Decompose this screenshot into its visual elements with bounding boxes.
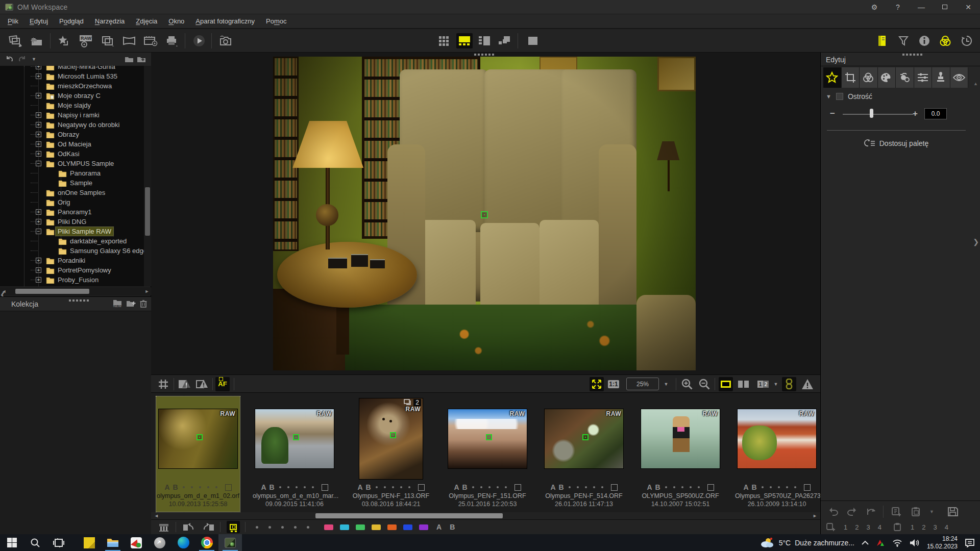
- filmstrip-item[interactable]: RAWABolympus_om_d_e_m10_mar...09.09.2015…: [253, 396, 336, 512]
- rating-dot[interactable]: [480, 486, 482, 488]
- ab-filters[interactable]: AB: [428, 523, 455, 531]
- expand-icon[interactable]: +: [36, 93, 41, 98]
- search-button[interactable]: [23, 534, 47, 551]
- rating-filter-dot[interactable]: [256, 526, 258, 529]
- version-letter-a[interactable]: A: [164, 483, 169, 491]
- version-letter-b[interactable]: B: [366, 483, 371, 491]
- paste-settings-icon[interactable]: [910, 507, 922, 517]
- select-checkbox[interactable]: [707, 484, 714, 491]
- rating-star-icon[interactable]: [55, 32, 74, 49]
- start-button[interactable]: [0, 534, 23, 551]
- filter-funnel-icon[interactable]: [894, 32, 913, 49]
- chrome-icon[interactable]: [195, 534, 218, 551]
- rating-filter-dot[interactable]: [281, 526, 284, 529]
- main-photo[interactable]: [273, 57, 696, 370]
- tab-color-palette[interactable]: [878, 67, 896, 88]
- fit-to-window-button[interactable]: [590, 377, 604, 391]
- rotate-right-icon[interactable]: [202, 521, 215, 533]
- close-button[interactable]: ✕: [957, 0, 980, 14]
- rating-dot[interactable]: [488, 486, 491, 488]
- version-letter-b[interactable]: B: [173, 483, 178, 491]
- select-checkbox[interactable]: [611, 484, 618, 491]
- info-icon[interactable]: [915, 32, 934, 49]
- select-checkbox[interactable]: [804, 484, 811, 491]
- filmstrip-scrollbar[interactable]: ◄ ►: [151, 512, 820, 519]
- sharpness-value[interactable]: 0.0: [924, 108, 947, 119]
- history-icon[interactable]: [958, 32, 976, 49]
- menu-aparat-fotograficzny[interactable]: Aparat fotograficzny: [190, 14, 260, 28]
- version-letter-a[interactable]: A: [550, 483, 555, 491]
- forward-icon[interactable]: [18, 56, 27, 63]
- rating-dot[interactable]: [673, 486, 675, 488]
- color-chip[interactable]: [356, 524, 365, 530]
- backup-tool-icon[interactable]: [148, 534, 172, 551]
- rating-dot[interactable]: [577, 486, 579, 488]
- wifi-icon[interactable]: [892, 539, 902, 547]
- filmstrip-item[interactable]: RAWABOlympus_SP570UZ_PA26273...26.10.200…: [735, 396, 819, 512]
- rating-dot[interactable]: [497, 486, 499, 488]
- warning-icon[interactable]: [800, 377, 815, 391]
- panel-drag-handle[interactable]: [902, 54, 922, 56]
- decrease-icon[interactable]: −: [830, 109, 835, 119]
- tree-item-orig[interactable]: Orig: [0, 197, 144, 207]
- redo-icon[interactable]: [846, 507, 857, 516]
- tree-item-samsung-galaxy-s6-edge-pl[interactable]: Samsung Galaxy S6 edge_pl: [0, 246, 144, 256]
- thumbnail-rating-row[interactable]: AB: [639, 482, 722, 492]
- duplicate-icon[interactable]: [99, 32, 117, 49]
- file-explorer-icon[interactable]: [101, 534, 125, 551]
- copy-settings-icon[interactable]: [891, 507, 903, 517]
- actual-size-button[interactable]: 1:1: [606, 377, 621, 391]
- om-workspace-taskbar-icon[interactable]: [218, 534, 242, 551]
- select-checkbox[interactable]: [322, 484, 328, 491]
- rating-dot[interactable]: [778, 486, 780, 488]
- rating-filter-dot[interactable]: [268, 526, 271, 529]
- gpu-tray-icon[interactable]: [876, 539, 885, 547]
- history-dropdown-icon[interactable]: ▼: [32, 57, 36, 62]
- expand-panel-icon[interactable]: ❯: [973, 238, 979, 246]
- sharpness-checkbox[interactable]: [836, 93, 843, 100]
- link-views-button[interactable]: [782, 377, 796, 391]
- rating-dot[interactable]: [698, 486, 700, 488]
- task-view-button[interactable]: [47, 534, 70, 551]
- minimize-button[interactable]: —: [910, 0, 933, 14]
- select-checkbox[interactable]: [225, 484, 232, 491]
- version-letter-a[interactable]: A: [454, 483, 459, 491]
- rating-dot[interactable]: [287, 486, 289, 488]
- notifications-icon[interactable]: [965, 538, 975, 547]
- af-thumbnail-toggle[interactable]: [227, 521, 240, 533]
- tab-favorites-star[interactable]: [823, 67, 842, 88]
- tree-item-odkasi[interactable]: +OdKasi: [0, 149, 144, 159]
- tab-stamp[interactable]: [932, 67, 950, 88]
- rating-dot[interactable]: [601, 486, 603, 488]
- rating-dot[interactable]: [690, 486, 692, 488]
- color-label-filters[interactable]: [317, 524, 428, 530]
- version-letter-b[interactable]: B: [752, 483, 757, 491]
- single-view-button[interactable]: [525, 33, 541, 48]
- version-letter-a[interactable]: A: [261, 483, 266, 491]
- rating-dot[interactable]: [191, 486, 193, 488]
- expand-icon[interactable]: +: [36, 209, 41, 215]
- panorama-icon[interactable]: [120, 32, 138, 49]
- expand-icon[interactable]: +: [36, 112, 41, 118]
- collection-add-icon[interactable]: [126, 299, 136, 307]
- tree-item-negatywy-do-obrobki[interactable]: +Negatywy do obrobki: [0, 120, 144, 130]
- menu-plik[interactable]: Plik: [2, 14, 24, 28]
- rating-dot[interactable]: [770, 486, 772, 488]
- tree-item-darktable-exported[interactable]: darktable_exported: [0, 236, 144, 246]
- drag-handle[interactable]: [69, 299, 89, 302]
- zoom-dropdown-icon[interactable]: ▼: [662, 377, 671, 391]
- clock[interactable]: 18:24 15.02.2023: [927, 535, 958, 550]
- filmstrip-item[interactable]: RAWABOLYMPUS_SP500UZ.ORF14.10.2007 15:02…: [639, 396, 722, 512]
- tree-item-poradniki[interactable]: +Poradniki: [0, 256, 144, 265]
- tree-hscrollbar-thumb[interactable]: [15, 289, 89, 294]
- settings-slot-4[interactable]: 4: [878, 523, 881, 531]
- tree-vertical-scrollbar[interactable]: [144, 66, 151, 286]
- rating-dot[interactable]: [199, 486, 201, 488]
- menu-pomoc[interactable]: Pomoc: [260, 14, 292, 28]
- thumbnail-rating-row[interactable]: AB: [735, 482, 819, 492]
- sharpness-slider-track[interactable]: [843, 114, 913, 115]
- tree-scrollbar-thumb[interactable]: [145, 187, 150, 236]
- tree-item-moje-slajdy[interactable]: Moje slajdy: [0, 101, 144, 110]
- refresh-folder-icon[interactable]: [125, 56, 134, 63]
- tab-color-channels[interactable]: [860, 67, 878, 88]
